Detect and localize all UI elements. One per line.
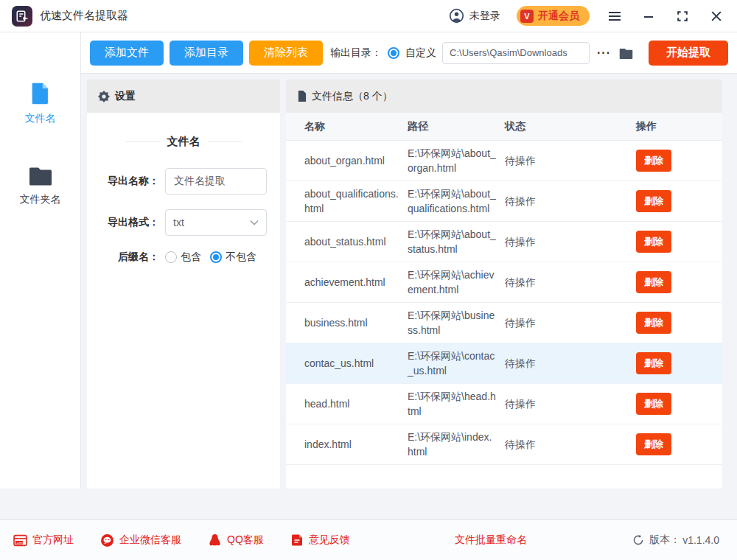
custom-output-label: 自定义 <box>405 46 436 60</box>
menu-button[interactable] <box>606 7 624 25</box>
file-name-cell: head.html <box>304 396 408 411</box>
official-site-link[interactable]: .com 官方网址 <box>13 533 74 547</box>
divider-line <box>126 141 160 142</box>
output-path-input[interactable] <box>442 42 590 64</box>
file-path-cell: E:\环保网站\head.html <box>408 389 505 419</box>
file-name-cell: index.html <box>304 437 408 452</box>
export-format-label: 导出格式： <box>100 216 159 229</box>
table-row-highlighted[interactable]: contac_us.html E:\环保网站\contac_us.html 待操… <box>286 343 722 384</box>
file-name-cell: business.html <box>304 315 408 330</box>
delete-button[interactable]: 删除 <box>636 352 671 374</box>
delete-button[interactable]: 删除 <box>636 271 671 293</box>
sidebar-item-label: 文件夹名 <box>20 193 61 206</box>
file-status-cell: 待操作 <box>505 396 636 411</box>
table-header-row: 名称 路径 状态 操作 <box>286 113 722 141</box>
file-path-cell: E:\环保网站\achievement.html <box>408 267 505 297</box>
export-format-select[interactable]: txt <box>165 209 267 236</box>
delete-button[interactable]: 删除 <box>636 312 671 334</box>
export-name-input[interactable] <box>165 168 267 195</box>
file-status-cell: 待操作 <box>505 356 636 371</box>
table-row[interactable]: about_organ.html E:\环保网站\about_organ.htm… <box>286 141 722 181</box>
delete-button[interactable]: 删除 <box>636 393 671 415</box>
suffix-exclude-option[interactable]: 不包含 <box>210 251 256 264</box>
file-status-cell: 待操作 <box>505 234 636 249</box>
batch-rename-link[interactable]: 文件批量重命名 <box>455 533 527 547</box>
table-row[interactable]: about_status.html E:\环保网站\about_status.h… <box>286 222 722 262</box>
add-files-button[interactable]: 添加文件 <box>90 41 164 66</box>
section-title-text: 文件名 <box>167 135 200 149</box>
user-icon <box>449 8 464 24</box>
suffix-include-label: 包含 <box>181 251 201 264</box>
vip-icon: V <box>520 10 534 23</box>
maximize-button[interactable] <box>674 7 691 25</box>
chevron-down-icon <box>250 220 259 225</box>
file-path-cell: E:\环保网站\contac_us.html <box>408 349 505 378</box>
feedback-label: 意见反馈 <box>309 533 350 547</box>
column-header-path: 路径 <box>408 120 505 133</box>
file-path-cell: E:\环保网站\about_status.html <box>408 227 505 256</box>
divider-line <box>208 141 242 142</box>
suffix-include-radio[interactable] <box>165 251 177 263</box>
close-button[interactable] <box>708 7 725 25</box>
login-label: 未登录 <box>469 10 500 23</box>
suffix-exclude-label: 不包含 <box>226 251 256 264</box>
export-name-label: 导出名称： <box>100 175 159 188</box>
svg-text:.com: .com <box>16 540 23 544</box>
clear-list-button[interactable]: 清除列表 <box>249 41 323 66</box>
delete-button[interactable]: 删除 <box>636 231 671 253</box>
close-icon <box>711 11 722 21</box>
qq-service-label: QQ客服 <box>227 533 264 547</box>
start-extract-button[interactable]: 开始提取 <box>649 41 728 66</box>
suffix-label: 后缀名： <box>100 251 159 264</box>
minimize-button[interactable] <box>640 7 657 25</box>
file-name-cell: achievement.html <box>304 275 408 290</box>
table-row[interactable]: index.html E:\环保网站\index.html 待操作 删除 <box>286 424 722 465</box>
refresh-icon[interactable] <box>632 534 644 546</box>
wechat-icon <box>100 533 114 547</box>
feedback-icon <box>290 533 304 547</box>
sidebar: 文件名 文件夹名 <box>0 32 81 489</box>
column-header-status: 状态 <box>505 120 636 133</box>
minimize-icon <box>643 11 654 21</box>
file-icon <box>28 81 53 106</box>
sidebar-item-foldername[interactable]: 文件夹名 <box>20 164 61 206</box>
sidebar-item-filename[interactable]: 文件名 <box>25 81 56 125</box>
output-dir-label: 输出目录： <box>330 46 382 60</box>
delete-button[interactable]: 删除 <box>636 190 671 212</box>
browse-ellipsis-button[interactable]: ··· <box>595 46 612 60</box>
file-name-cell: about_organ.html <box>304 153 408 168</box>
version-label: 版本： <box>649 533 680 547</box>
gear-icon <box>98 91 110 102</box>
suffix-include-option[interactable]: 包含 <box>165 251 201 264</box>
table-row[interactable]: about_qualifications.html E:\环保网站\about_… <box>286 181 722 222</box>
app-title: 优速文件名提取器 <box>40 9 128 23</box>
delete-button[interactable]: 删除 <box>636 150 671 172</box>
table-row[interactable]: achievement.html E:\环保网站\achievement.htm… <box>286 262 722 303</box>
file-path-cell: E:\环保网站\about_qualifications.html <box>408 186 505 216</box>
open-folder-icon[interactable] <box>618 46 634 60</box>
folder-icon <box>27 164 54 187</box>
file-info-header: 文件信息（8 个） <box>286 80 722 113</box>
wechat-service-link[interactable]: 企业微信客服 <box>100 533 181 547</box>
official-site-label: 官方网址 <box>32 533 74 547</box>
table-row[interactable]: business.html E:\环保网站\business.html 待操作 … <box>286 303 722 343</box>
suffix-exclude-radio[interactable] <box>210 251 222 263</box>
delete-button[interactable]: 删除 <box>636 433 671 455</box>
version-info: 版本：v1.1.4.0 <box>632 533 719 547</box>
file-info-icon <box>297 91 307 102</box>
toolbar: 添加文件 添加目录 清除列表 输出目录： 自定义 ··· 开始提取 <box>81 32 737 74</box>
qq-service-link[interactable]: QQ客服 <box>208 533 264 547</box>
column-header-name: 名称 <box>304 120 408 133</box>
file-status-cell: 待操作 <box>505 437 636 452</box>
feedback-link[interactable]: 意见反馈 <box>290 533 350 547</box>
login-status[interactable]: 未登录 <box>449 8 500 24</box>
open-vip-button[interactable]: V 开通会员 <box>517 6 590 26</box>
version-value: v1.1.4.0 <box>682 534 719 546</box>
custom-output-radio[interactable] <box>388 47 399 59</box>
vip-label: 开通会员 <box>538 10 579 23</box>
file-path-cell: E:\环保网站\about_organ.html <box>408 146 505 175</box>
add-directory-button[interactable]: 添加目录 <box>170 41 243 66</box>
settings-section-title: 文件名 <box>100 135 267 149</box>
maximize-icon <box>677 11 688 21</box>
table-row[interactable]: head.html E:\环保网站\head.html 待操作 删除 <box>286 384 722 424</box>
